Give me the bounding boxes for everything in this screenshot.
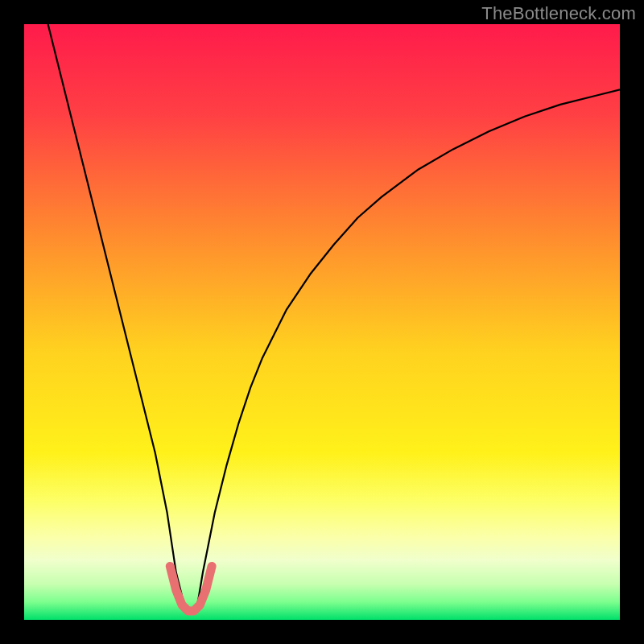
chart-svg: [24, 24, 620, 620]
watermark-text: TheBottleneck.com: [481, 3, 636, 24]
chart-frame: TheBottleneck.com: [0, 0, 644, 644]
gradient-background: [24, 24, 620, 620]
plot-area: [24, 24, 620, 620]
